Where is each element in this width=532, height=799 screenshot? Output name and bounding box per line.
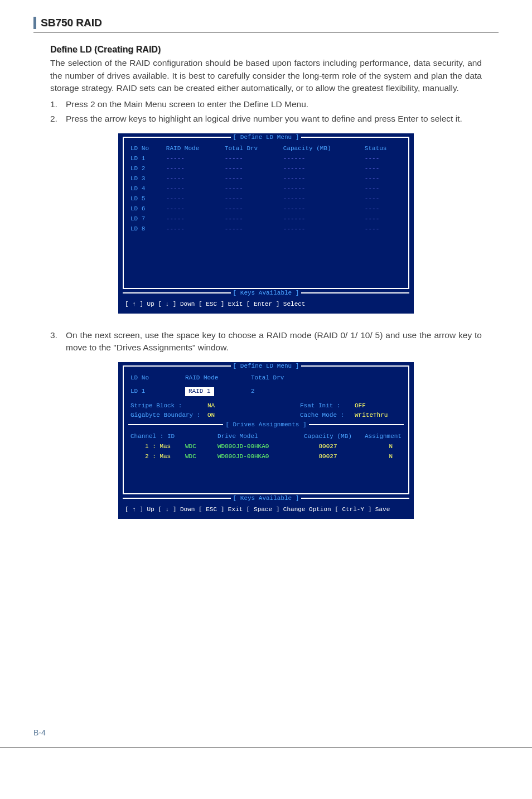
bios2-h-ldno: LD No [128, 373, 183, 383]
bios2-raid-mode: RAID 1 [185, 387, 214, 396]
bios2-gb-v: ON [205, 411, 243, 421]
bios1-keys-title: [ Keys Available ] [123, 289, 409, 298]
bios2-ah-model: Drive Model [215, 432, 298, 442]
table-row: 2 : MasWDCWD800JD-00HKA080027N [128, 452, 404, 462]
table-row: LD 6-------------------- [128, 204, 404, 214]
chapter-title-text: SB750 RAID [41, 17, 102, 29]
step-3-text: On the next screen, use the space key to… [66, 329, 482, 354]
bios2-h-mode: RAID Mode [183, 373, 249, 383]
step-3: 3. On the next screen, use the space key… [50, 329, 482, 354]
table-row: 1 : MasWDCWD800JD-00HKA080027N [128, 442, 404, 452]
bios2-keys: [ ↑ ] Up [ ↓ ] Down [ ESC ] Exit [ Space… [123, 503, 409, 516]
table-row: LD 8-------------------- [128, 224, 404, 234]
bios2-keys-title: [ Keys Available ] [123, 494, 409, 503]
bios-screenshot-2: [ Define LD Menu ] LD No RAID Mode Total… [118, 362, 414, 519]
bios2-title: [ Define LD Menu ] [128, 362, 404, 371]
bios1-table: LD No RAID Mode Total Drv Capacity (MB) … [128, 144, 404, 234]
step-1: 1. Press 2 on the Main Menu screen to en… [50, 98, 482, 110]
bios2-stripe-l: Stripe Block : [128, 401, 205, 411]
bios1-h-drv: Total Drv [223, 144, 281, 154]
title-bar-accent [33, 17, 36, 29]
table-row: LD 3-------------------- [128, 174, 404, 184]
bios2-fsat-l: Fsat Init : [298, 401, 352, 411]
bios2-ld: LD 1 [128, 387, 183, 397]
step-1-num: 1. [50, 98, 66, 110]
bios2-ah-ch: Channel : ID [128, 432, 183, 442]
bios2-ah-asg: Assignment [358, 432, 404, 442]
bios1-h-cap: Capacity (MB) [281, 144, 362, 154]
page-number: B-4 [33, 728, 46, 737]
bios2-assign-title: [ Drives Assignments ] [128, 421, 404, 430]
bios2-drv: 2 [249, 387, 323, 397]
table-row: LD 4-------------------- [128, 184, 404, 194]
step-1-text: Press 2 on the Main Menu screen to enter… [66, 98, 308, 110]
step-2: 2. Press the arrow keys to highlight an … [50, 113, 482, 125]
bios1-h-ldno: LD No [128, 144, 164, 154]
section-title: Define LD (Creating RAID) [50, 43, 482, 56]
step-2-num: 2. [50, 113, 66, 125]
table-row: LD 2-------------------- [128, 164, 404, 174]
step-3-num: 3. [50, 329, 66, 354]
table-row: LD 7-------------------- [128, 214, 404, 224]
bios2-ah-cap: Capacity (MB) [298, 432, 358, 442]
bios2-cache-l: Cache Mode : [298, 411, 352, 421]
table-row: LD 5-------------------- [128, 194, 404, 204]
bios2-cache-v: WriteThru [352, 411, 404, 421]
bios1-h-st: Status [362, 144, 404, 154]
bios2-stripe-v: NA [205, 401, 243, 411]
bios2-h-drv: Total Drv [249, 373, 374, 383]
step-2-text: Press the arrow keys to highlight an log… [66, 113, 462, 125]
bios-screenshot-1: [ Define LD Menu ] LD No RAID Mode Total… [118, 133, 414, 314]
chapter-title: SB750 RAID [33, 17, 499, 29]
intro-text: The selection of the RAID configuration … [50, 57, 482, 94]
bios2-fsat-v: OFF [352, 401, 404, 411]
bios1-title: [ Define LD Menu ] [128, 133, 404, 142]
bios2-gb-l: Gigabyte Boundary : [128, 411, 205, 421]
bios1-keys: [ ↑ ] Up [ ↓ ] Down [ ESC ] Exit [ Enter… [123, 298, 409, 310]
table-row: LD 1-------------------- [128, 154, 404, 164]
bios1-h-mode: RAID Mode [164, 144, 223, 154]
